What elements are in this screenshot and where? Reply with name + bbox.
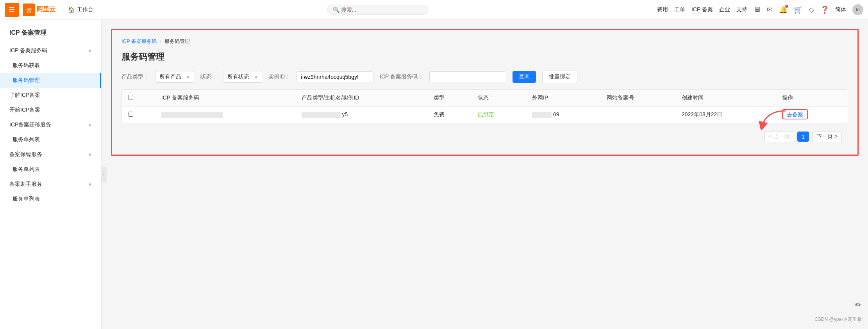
help-icon[interactable]: ❓ [820, 5, 829, 14]
ip-blurred [532, 112, 552, 118]
breadcrumb: ICP 备案服务码 / 服务码管理 [121, 38, 848, 45]
col-type: 类型 [427, 90, 472, 107]
row-checkbox[interactable] [128, 112, 133, 117]
status-select[interactable]: 所有状态 ∨ [223, 71, 262, 83]
screen-icon[interactable]: 🖥 [754, 5, 761, 14]
sidebar-group-start-icp[interactable]: 开始ICP备案 [0, 103, 101, 117]
avatar-text: Ie [856, 7, 860, 12]
page-title: 服务码管理 [121, 51, 848, 63]
col-external-ip: 外网IP [526, 90, 600, 107]
instance-id-label: 实例ID： [268, 73, 290, 80]
bell-icon[interactable]: 🔔 [779, 5, 788, 14]
breadcrumb-current: 服务码管理 [164, 38, 190, 45]
sidebar: ICP 备案管理 ICP 备案服务码 ∧ 服务码获取 服务码管理 了解ICP备案… [0, 20, 102, 329]
sidebar-group-learn-icp[interactable]: 了解ICP备案 [0, 88, 101, 103]
sidebar-group-guard-label: 备案保镖服务 [9, 151, 42, 158]
breadcrumb-sep: / [160, 39, 161, 44]
col-create-time: 创建时间 [675, 90, 776, 107]
breadcrumb-icp[interactable]: ICP 备案服务码 [121, 38, 157, 45]
logo-text: 阿里云 [37, 5, 55, 14]
cell-type: 免费 [427, 107, 472, 123]
sidebar-item-code-get[interactable]: 服务码获取 [0, 58, 101, 73]
status-label: 状态： [200, 73, 217, 80]
search-box[interactable]: 🔍 [327, 5, 429, 15]
sidebar-item-migrate-list[interactable]: 服务单列表 [0, 132, 101, 147]
sidebar-group-icp-code[interactable]: ICP 备案服务码 ∧ [0, 43, 101, 58]
nav-support[interactable]: 支持 [736, 6, 747, 13]
cell-action: 去备案 [776, 107, 848, 123]
cell-status: 已绑定 [472, 107, 526, 123]
product-type-label: 产品类型： [121, 73, 149, 80]
col-beian-no: 网站备案号 [600, 90, 675, 107]
table-container: ICP 备案服务码 产品类型/主机名/实例ID 类型 状态 外网IP 网站备案号… [121, 89, 848, 123]
select-all-checkbox[interactable] [128, 95, 133, 100]
nav-ticket[interactable]: 工单 [674, 6, 685, 13]
prev-page-button[interactable]: < 上一页 [764, 131, 794, 142]
workspace-link[interactable]: 🏠 工作台 [63, 6, 98, 13]
hamburger-icon: ☰ [9, 5, 15, 14]
status-chevron-icon: ∨ [254, 74, 258, 80]
user-avatar[interactable]: Ie [852, 4, 863, 15]
col-checkbox [122, 90, 155, 107]
status-bound-text: 已绑定 [478, 111, 494, 117]
sidebar-group-start-label: 开始ICP备案 [9, 107, 40, 114]
filter-bar: 产品类型： 所有产品 ∨ 状态： 所有状态 ∨ 实例ID： ICP 备案服务码：… [121, 71, 848, 83]
product-info-blurred [302, 112, 341, 118]
sidebar-item-guard-list[interactable]: 服务单列表 [0, 162, 101, 177]
gift-icon[interactable]: ◇ [809, 5, 814, 14]
product-suffix: y5 [342, 111, 348, 117]
query-button[interactable]: 查询 [513, 71, 536, 83]
search-icon: 🔍 [333, 7, 339, 13]
lang-switch[interactable]: 简体 [835, 6, 846, 13]
cell-create-time: 2022年08月22日 [675, 107, 776, 123]
nav-enterprise[interactable]: 企业 [719, 6, 730, 13]
next-page-button[interactable]: 下一页 > [812, 131, 842, 142]
nav-fee[interactable]: 费用 [657, 6, 668, 13]
cell-product-info: y5 [295, 107, 427, 123]
cell-external-ip: 09 [526, 107, 600, 123]
batch-bind-button[interactable]: 批量绑定 [542, 71, 577, 83]
chevron-migrate-icon: ∧ [88, 122, 92, 128]
search-area: 🔍 [98, 5, 657, 15]
sidebar-group-label-text: ICP 备案服务码 [9, 47, 47, 54]
home-icon: 🏠 [68, 7, 75, 13]
nav-icp[interactable]: ICP 备案 [691, 6, 713, 13]
hamburger-button[interactable]: ☰ [5, 3, 19, 17]
workspace-label: 工作台 [77, 6, 93, 13]
sidebar-group-guard[interactable]: 备案保镖服务 ∧ [0, 147, 101, 162]
sidebar-title: ICP 备案管理 [0, 26, 101, 43]
pagination: < 上一页 1 下一页 > [121, 126, 848, 147]
go-beian-button[interactable]: 去备案 [782, 109, 808, 119]
cell-icp-code: ████████████████ [155, 107, 295, 123]
product-type-value: 所有产品 [159, 73, 181, 80]
instance-id-input[interactable] [296, 71, 373, 82]
col-action: 操作 [776, 90, 848, 107]
sidebar-group-assistant[interactable]: 备案助手服务 ∧ [0, 177, 101, 192]
sidebar-collapse-icon: ‹ [103, 172, 104, 176]
table-header-row: ICP 备案服务码 产品类型/主机名/实例ID 类型 状态 外网IP 网站备案号… [122, 90, 848, 107]
logo-icon: 云 [23, 4, 35, 16]
icp-code-input[interactable] [429, 71, 506, 82]
sidebar-item-code-manage[interactable]: 服务码管理 [0, 73, 101, 88]
edit-icon[interactable]: ✏ [855, 300, 862, 309]
sidebar-group-migrate[interactable]: ICP备案迁移服务 ∧ [0, 117, 101, 132]
product-type-select[interactable]: 所有产品 ∨ [155, 71, 194, 83]
svg-text:云: 云 [26, 7, 32, 13]
sidebar-item-assistant-list[interactable]: 服务单列表 [0, 192, 101, 206]
page-1-button[interactable]: 1 [797, 132, 809, 142]
product-type-chevron-icon: ∨ [186, 74, 190, 80]
sidebar-group-migrate-label: ICP备案迁移服务 [9, 121, 51, 128]
cart-icon[interactable]: 🛒 [794, 5, 802, 14]
message-icon[interactable]: ✉ [767, 5, 773, 14]
icp-code-label: ICP 备案服务码： [380, 73, 423, 80]
search-input[interactable] [341, 7, 419, 13]
icp-table: ICP 备案服务码 产品类型/主机名/实例ID 类型 状态 外网IP 网站备案号… [122, 90, 848, 123]
col-status: 状态 [472, 90, 526, 107]
watermark: CSDN @ypa-达瓦里希 [814, 316, 862, 323]
status-value: 所有状态 [227, 73, 249, 80]
chevron-up-icon: ∧ [88, 48, 92, 53]
sidebar-group-assistant-label: 备案助手服务 [9, 181, 42, 188]
sidebar-collapse-handle[interactable]: ‹ [101, 167, 107, 182]
cell-checkbox [122, 107, 155, 123]
content-border: ICP 备案服务码 / 服务码管理 服务码管理 产品类型： 所有产品 ∨ 状态：… [111, 29, 859, 156]
